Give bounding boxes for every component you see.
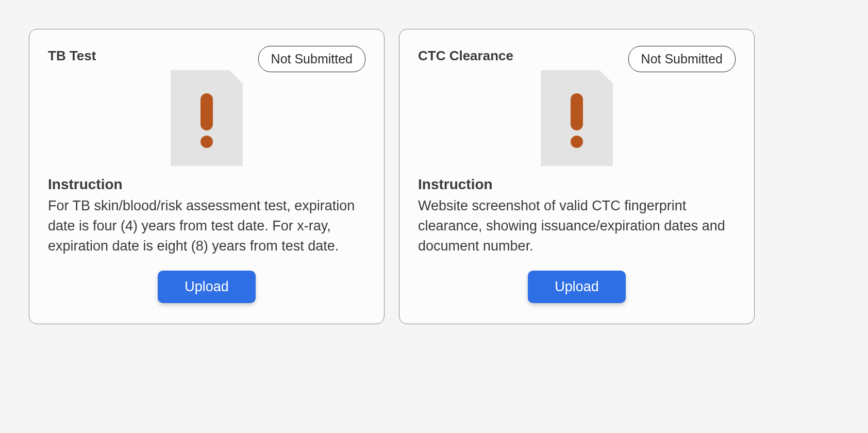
card-header: CTC Clearance Not Submitted xyxy=(418,46,736,72)
instruction-text: For TB skin/blood/risk assessment test, … xyxy=(48,196,365,256)
file-icon-wrapper xyxy=(48,70,365,166)
file-alert-icon xyxy=(541,70,613,166)
instruction-heading: Instruction xyxy=(418,176,736,193)
card-header: TB Test Not Submitted xyxy=(48,46,365,72)
document-card-ctc-clearance: CTC Clearance Not Submitted Instruction … xyxy=(399,29,755,324)
exclamation-icon xyxy=(201,93,213,148)
card-title: TB Test xyxy=(48,48,96,64)
status-badge: Not Submitted xyxy=(628,46,736,72)
instruction-heading: Instruction xyxy=(48,176,365,193)
status-badge: Not Submitted xyxy=(258,46,365,72)
upload-button[interactable]: Upload xyxy=(158,271,256,303)
cards-container: TB Test Not Submitted Instruction For TB… xyxy=(29,29,839,324)
instruction-text: Website screenshot of valid CTC fingerpr… xyxy=(418,196,736,256)
exclamation-icon xyxy=(571,93,583,148)
upload-button[interactable]: Upload xyxy=(528,271,626,303)
file-alert-icon xyxy=(171,70,243,166)
file-icon-wrapper xyxy=(418,70,736,166)
document-card-tb-test: TB Test Not Submitted Instruction For TB… xyxy=(29,29,385,324)
card-title: CTC Clearance xyxy=(418,48,513,64)
